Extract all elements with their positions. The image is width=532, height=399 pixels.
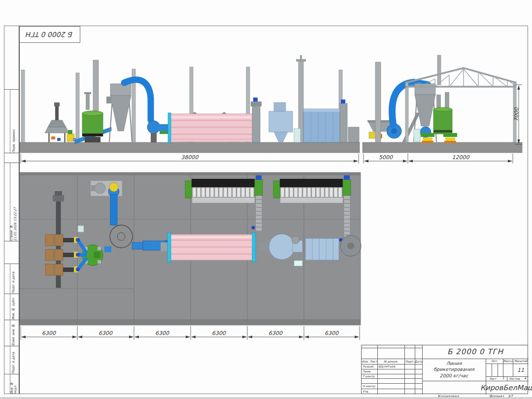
drawing-sheet: Б 2000 0 ТГН Перв. примен. Справ. № 21.0… xyxy=(0,0,532,399)
press-fan-hub xyxy=(391,128,397,134)
screener-hopper xyxy=(269,102,293,142)
furnace-chimney xyxy=(93,60,99,111)
dim-bay-4: 6300 xyxy=(209,330,229,336)
small-stack-cap xyxy=(84,92,91,94)
tb-list-value: 1 xyxy=(499,376,507,381)
small-cabinet-plan xyxy=(78,226,84,232)
tb-doc-title-line2: брикетирования xyxy=(433,366,474,372)
tb-listov-value: 4 xyxy=(522,376,529,381)
plan-floor-top-edge xyxy=(20,172,361,175)
chimney-tip xyxy=(300,55,302,59)
dim-bay-1: 6300 xyxy=(39,330,59,336)
tb-masshtab-label: Масштаб xyxy=(513,359,529,364)
side-view xyxy=(20,55,522,153)
control-cabinet-1 xyxy=(294,129,300,142)
feeder-mixer xyxy=(45,102,69,142)
tb-col-dokum: № докум. xyxy=(377,359,404,364)
bucket-elevator-1 xyxy=(251,98,262,142)
tb-row-razrab: Разраб. xyxy=(362,364,377,369)
drawing-canvas xyxy=(0,0,532,399)
tb-col-data: Дата xyxy=(415,359,422,364)
tb-row-tkontr: Т.контр. xyxy=(362,374,377,378)
viewer-bottom-strip xyxy=(0,397,532,399)
rotary-drum-plan xyxy=(161,233,267,262)
rotary-drum-dryer xyxy=(168,112,257,143)
briquette-presses xyxy=(421,133,457,143)
dim-canopy-height: 7000 xyxy=(513,100,520,130)
tb-list-label: Лист xyxy=(486,376,499,381)
briquette-unit-box xyxy=(303,109,340,142)
plan-floor-bottom-edge xyxy=(20,319,361,325)
tb-col-podp: Подп. xyxy=(404,359,415,364)
tb-massa-label: Масса xyxy=(503,359,513,364)
dim-bay-2: 6300 xyxy=(96,330,115,336)
duct-to-drum-plan xyxy=(132,242,144,249)
tb-doc-title-line3: 2000 кг/час xyxy=(440,373,468,379)
duct-down-plan xyxy=(110,195,117,225)
heat-generator xyxy=(82,111,103,142)
tb-designation: Б 2000 0 ТГН xyxy=(422,345,529,359)
fan-side xyxy=(147,121,160,133)
press-chimney xyxy=(375,62,381,142)
tb-doc-title-line1: Линия xyxy=(446,361,462,366)
cyclone-plan-center xyxy=(347,242,354,249)
tb-row-prov: Пров. xyxy=(362,369,377,374)
box-unit-plan xyxy=(305,238,339,260)
title-block: Изм. Лист № докум. Подп. Дата Разраб. Шу… xyxy=(361,345,528,394)
tb-masshtab-value: 11 xyxy=(513,364,529,376)
cooler-vent-pipe xyxy=(437,55,441,85)
cyan-cabinet-plan xyxy=(294,261,302,266)
chimney-cap xyxy=(296,59,306,62)
tb-doc-title: Линия брикетирования 2000 кг/час xyxy=(422,359,486,381)
tb-company: КировБелМаш xyxy=(486,381,529,395)
drum-feed-base xyxy=(160,131,168,134)
discharge-unit xyxy=(348,127,359,142)
cooler-drum xyxy=(433,92,452,134)
tb-razrab-name: Шулятьев xyxy=(377,364,404,369)
platform-press xyxy=(363,142,522,153)
fuel-beam-cap xyxy=(55,191,62,196)
dim-bay-5: 6300 xyxy=(266,330,285,336)
tb-row-nkontr: Н.контр. xyxy=(362,383,377,389)
fuel-beam-head xyxy=(53,195,64,201)
cyclone-dryer xyxy=(106,84,132,142)
tb-col-izm: Изм. Лист xyxy=(362,359,377,364)
dim-overall-length: 38000 xyxy=(175,154,204,161)
dim-gap: 5000 xyxy=(373,154,398,161)
control-cabinet-2 xyxy=(414,129,420,142)
tb-lit-label: Лит. xyxy=(486,359,503,364)
burner-unit xyxy=(67,130,76,141)
tb-row-utv: Утв. xyxy=(362,389,377,395)
plan-view xyxy=(20,172,361,325)
small-stack xyxy=(86,94,90,110)
tb-listov-label: Листов xyxy=(507,376,522,381)
dim-bay-6: 6300 xyxy=(322,330,341,336)
platform-main xyxy=(20,142,360,153)
bucket-elevator-2 xyxy=(340,100,347,142)
dim-canopy-length: 12000 xyxy=(446,154,475,161)
dim-bay-3: 6300 xyxy=(152,330,172,336)
fan-support xyxy=(151,133,157,142)
fan-inset-plan xyxy=(91,181,122,197)
